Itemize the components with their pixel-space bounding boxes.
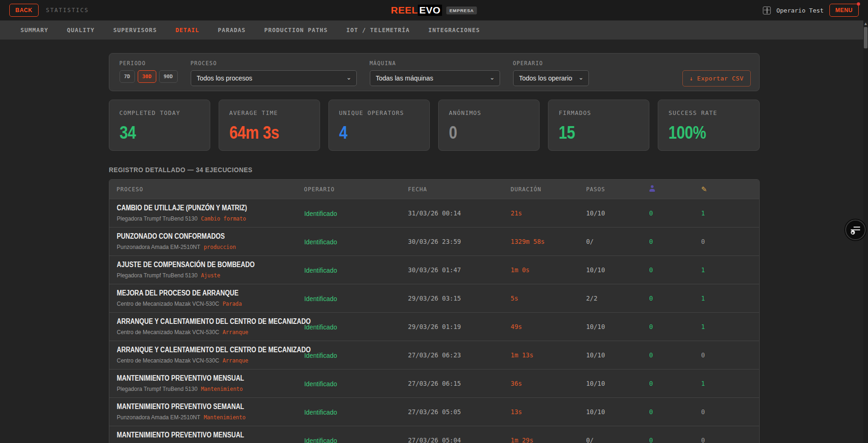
execution-duration: 5s: [511, 295, 586, 302]
operator-status: Identificado: [304, 209, 400, 217]
process-title: MANTENIMIENTO PREVENTIVO SEMANAL: [117, 403, 274, 411]
stat-card-value: 4: [339, 123, 407, 143]
signatures-count: 0: [701, 238, 759, 245]
operator-filter: OPERARIO Todos los operarios ⌄: [513, 60, 589, 86]
machine-select[interactable]: Todas las máquinas: [370, 70, 500, 86]
pauses-count: 0: [649, 408, 701, 416]
scroll-up-icon[interactable]: ▲: [863, 20, 868, 26]
signatures-count: 0: [701, 351, 759, 359]
grid-icon[interactable]: [763, 7, 771, 14]
floating-checklist-button[interactable]: ▶: [845, 220, 866, 240]
tab[interactable]: IOT / TELEMETRÍA: [338, 22, 418, 38]
process-title: AJUSTE DE COMPENSACIÓN DE BOMBEADO: [117, 261, 274, 269]
execution-duration: 1m 29s: [511, 436, 586, 443]
stat-card-value: 100%: [668, 123, 736, 143]
period-button[interactable]: 7D: [120, 70, 135, 83]
executions-table: PROCESO OPERARIO FECHA DURACIÓN PASOS ✎ …: [109, 179, 760, 443]
stat-card: UNIQUE OPERATORS 4: [328, 100, 430, 151]
signatures-count: 1: [701, 380, 759, 387]
execution-date: 27/03/26 06:15: [408, 380, 511, 387]
table-row[interactable]: ARRANQUE Y CALENTAMIENTO DEL CENTRO DE M…: [109, 341, 759, 369]
process-cell: MEJORA DEL PROCESO DE ARRANQUE Centro de…: [109, 289, 304, 308]
tab[interactable]: SUPERVISORS: [105, 22, 165, 38]
process-cell: ARRANQUE Y CALENTAMIENTO DEL CENTRO DE M…: [109, 346, 304, 364]
tab-label: SUPERVISORS: [113, 27, 157, 34]
tab[interactable]: SUMMARY: [12, 22, 57, 38]
process-tag: Mantenimiento: [203, 414, 245, 421]
period-label: PERIODO: [120, 60, 178, 67]
tab-label: INTEGRACIONES: [428, 27, 480, 34]
steps-count: 10/10: [586, 266, 649, 274]
execution-date: 29/03/26 03:15: [408, 295, 511, 302]
process-cell: MANTENIMIENTO PREVENTIVO MENSUAL Plegado…: [109, 374, 304, 393]
process-cell: ARRANQUE Y CALENTAMIENTO DEL CENTRO DE M…: [109, 317, 304, 336]
process-title: MANTENIMIENTO PREVENTIVO MENSUAL: [117, 374, 274, 383]
machine-name: Plegadora Trumpf TruBend 5130: [117, 272, 198, 279]
table-row[interactable]: ARRANQUE Y CALENTAMIENTO DEL CENTRO DE M…: [109, 312, 759, 341]
process-tag: Mantenimiento: [200, 385, 242, 392]
process-title: ARRANQUE Y CALENTAMIENTO DEL CENTRO DE M…: [117, 346, 274, 354]
stats-row: COMPLETED TODAY 34 AVERAGE TIME 64m 3s U…: [109, 100, 760, 151]
stat-card-label: UNIQUE OPERATORS: [339, 109, 419, 116]
execution-duration: 36s: [511, 380, 586, 387]
execution-duration: 13s: [511, 408, 586, 416]
period-button-label: 90D: [164, 74, 173, 80]
execution-date: 27/03/26 05:04: [408, 436, 511, 443]
section-title: REGISTRO DETALLADO — 34 EJECUCIONES: [109, 166, 694, 174]
user-area: Operario Test MENU: [763, 4, 859, 17]
pauses-count: 0: [649, 323, 701, 330]
stat-card: COMPLETED TODAY 34: [109, 100, 210, 151]
process-tag: Arranque: [222, 329, 248, 336]
table-row[interactable]: MANTENIMIENTO PREVENTIVO SEMANAL Punzona…: [109, 397, 759, 426]
tab[interactable]: QUALITY: [59, 22, 103, 38]
steps-count: 10/10: [586, 323, 649, 330]
period-filter: PERIODO 7D 30D 90D: [120, 60, 178, 83]
scrollbar-thumb[interactable]: [864, 27, 868, 48]
steps-count: 2/2: [586, 295, 649, 302]
table-row[interactable]: MANTENIMIENTO PREVENTIVO MENSUAL Plegado…: [109, 369, 759, 397]
back-button[interactable]: BACK: [9, 4, 39, 17]
app-logo: REEL EVO EMPRESA: [391, 5, 477, 16]
signatures-count: 0: [701, 408, 759, 416]
table-row[interactable]: CAMBIO DE UTILLAJE (PUNZÓN Y MATRIZ) Ple…: [109, 199, 759, 227]
tab[interactable]: INTEGRACIONES: [420, 22, 488, 38]
process-cell: CAMBIO DE UTILLAJE (PUNZÓN Y MATRIZ) Ple…: [109, 204, 304, 222]
process-select[interactable]: Todos los procesos: [191, 70, 357, 86]
tab[interactable]: PARADAS: [209, 22, 254, 38]
period-button[interactable]: 30D: [138, 70, 156, 83]
stat-card: AVERAGE TIME 64m 3s: [219, 100, 320, 151]
tab[interactable]: PRODUCTION PATHS: [256, 22, 336, 38]
execution-date: 30/03/26 01:47: [408, 266, 511, 274]
tab[interactable]: DETAIL: [167, 22, 207, 38]
stat-card-label: AVERAGE TIME: [229, 109, 309, 116]
period-button[interactable]: 90D: [159, 70, 178, 83]
process-cell: MANTENIMIENTO PREVENTIVO MENSUAL Plegado…: [109, 431, 304, 443]
tab-label: PRODUCTION PATHS: [264, 27, 327, 34]
export-csv-button[interactable]: ↓ Exportar CSV: [682, 70, 750, 87]
stat-card-label: FIRMADOS: [559, 109, 639, 116]
table-row[interactable]: PUNZONADO CON CONFORMADOS Punzonadora Am…: [109, 227, 759, 255]
table-row[interactable]: MEJORA DEL PROCESO DE ARRANQUE Centro de…: [109, 284, 759, 312]
signatures-count: 1: [701, 295, 759, 302]
execution-duration: 1m 13s: [511, 351, 586, 359]
checklist-icon: ▶: [851, 227, 860, 234]
steps-count: 10/10: [586, 380, 649, 387]
tab-label: PARADAS: [218, 27, 246, 34]
execution-date: 29/03/26 01:19: [408, 323, 511, 330]
stat-card-value: 0: [449, 123, 517, 143]
operator-select[interactable]: Todos los operarios: [513, 70, 589, 86]
download-icon: ↓: [689, 75, 693, 82]
table-row[interactable]: MANTENIMIENTO PREVENTIVO MENSUAL Plegado…: [109, 426, 759, 443]
machine-name: Centro de Mecanizado Mazak VCN-530C: [117, 300, 219, 307]
signatures-count: 1: [701, 266, 759, 274]
stat-card-value: 15: [559, 123, 627, 143]
process-cell: PUNZONADO CON CONFORMADOS Punzonadora Am…: [109, 232, 304, 251]
stat-card-label: COMPLETED TODAY: [120, 109, 200, 116]
operator-status: Identificado: [304, 295, 400, 302]
table-row[interactable]: AJUSTE DE COMPENSACIÓN DE BOMBEADO Plega…: [109, 255, 759, 284]
notification-dot-icon: [857, 2, 860, 6]
signatures-count: 0: [701, 436, 759, 443]
process-title: PUNZONADO CON CONFORMADOS: [117, 232, 274, 241]
process-tag: Ajuste: [200, 272, 220, 279]
menu-button[interactable]: MENU: [829, 4, 859, 17]
